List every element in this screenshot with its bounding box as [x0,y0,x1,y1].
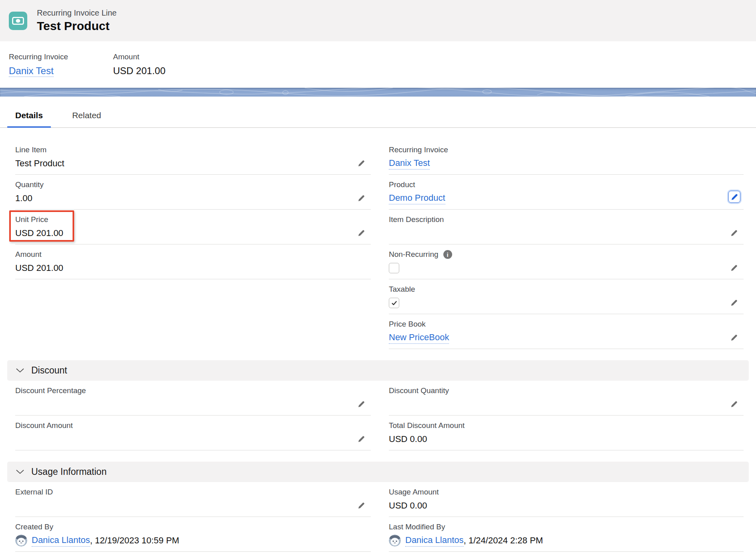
field-row-unit-price: Unit PriceUSD 201.00 [15,210,371,244]
field-row-line-item: Line ItemTest Product [15,140,371,175]
field-row-product: ProductDemo Product [389,175,744,210]
field-value-row [15,432,371,446]
pencil-icon [730,299,738,307]
usage-fields: External IDCreated ByDanica Llantos, 12/… [15,482,744,552]
edit-quantity-button[interactable] [355,192,368,204]
field-label: Recurring Invoice [389,145,744,155]
field-row-item-description: Item Description [389,210,744,244]
usage-information-section-header[interactable]: Usage Information [7,462,749,482]
field-value-row: USD 0.00 [389,499,744,513]
discount-section-header[interactable]: Discount [7,360,749,381]
info-icon[interactable]: i [443,250,452,259]
field-label: Created By [15,522,371,532]
field-value-row [15,398,371,411]
edit-item-description-button[interactable] [728,226,740,239]
field-row-usage-amount: Usage AmountUSD 0.00 [389,482,744,517]
field-label: Line Item [15,145,371,155]
field-row-taxable: Taxable [389,279,744,314]
user-link[interactable]: Danica Llantos [32,535,90,547]
details-left-column: Line ItemTest ProductQuantity1.00Unit Pr… [15,140,371,349]
field-value-row [389,296,744,310]
field-label: Quantity [15,180,371,190]
edit-discount-percentage-button[interactable] [355,398,368,410]
details-fields: Line ItemTest ProductQuantity1.00Unit Pr… [15,140,744,349]
pencil-icon [357,159,366,168]
field-label-text: Created By [15,522,53,532]
product-link[interactable]: Demo Product [389,192,445,204]
field-label-text: Discount Amount [15,420,73,431]
highlight-field-recurring-invoice: Recurring Invoice Danix Test [9,52,113,88]
field-value: USD 201.00 [15,228,63,239]
edit-non-recurring-button[interactable] [728,261,740,274]
object-type-label: Recurring Invoice Line [37,8,117,18]
edit-external-id-button[interactable] [355,499,368,512]
pencil-icon [730,193,739,201]
discount-right-column: Discount QuantityTotal Discount AmountUS… [389,381,744,450]
field-label-text: Recurring Invoice [389,145,448,155]
pencil-icon [357,501,366,510]
field-label-text: External ID [15,487,53,497]
record-title: Test Product [37,19,117,33]
record-page: Recurring Invoice Line Test Product Recu… [0,0,756,557]
pencil-icon [357,194,366,202]
field-value: USD 0.00 [389,434,427,445]
user-avatar [15,535,27,547]
field-label: Last Modified By [389,522,744,532]
edit-price-book-button[interactable] [728,331,740,344]
field-row-discount-percentage: Discount Percentage [15,381,371,416]
edit-product-button[interactable] [728,191,740,203]
field-label: Item Description [389,214,744,225]
field-value-row: Test Product [15,157,371,170]
field-value-row: 1.00 [15,192,371,205]
pencil-icon [730,333,738,342]
field-label-text: Last Modified By [389,522,445,532]
field-label-text: Non-Recurring [389,249,439,260]
field-value-row: USD 201.00 [15,226,371,240]
field-value-row: Danix Test [389,157,744,170]
timestamp-text: , 1/24/2024 2:28 PM [464,535,543,546]
price-book-link[interactable]: New PriceBook [389,332,449,344]
field-label: Unit Price [15,214,371,225]
pencil-icon [357,229,366,237]
field-value-row: USD 201.00 [15,261,371,275]
highlight-label: Amount [113,52,166,62]
field-label-text: Line Item [15,145,46,155]
pencil-icon [357,435,366,443]
highlight-label: Recurring Invoice [9,52,113,62]
edit-taxable-button[interactable] [728,296,740,309]
recurring-invoice-link[interactable]: Danix Test [9,65,54,77]
field-value-row: Danica Llantos, 1/24/2024 2:28 PM [389,534,744,547]
field-label: Total Discount Amount [389,420,744,431]
money-bill-icon [9,12,27,30]
edit-unit-price-button[interactable] [355,226,368,239]
edit-line-item-button[interactable] [355,157,368,170]
field-row-total-discount-amount: Total Discount AmountUSD 0.00 [389,416,744,450]
user-link[interactable]: Danica Llantos [405,535,464,547]
pencil-icon [730,400,738,408]
field-label: Non-Recurringi [389,249,744,260]
section-discount: Discount Discount PercentageDiscount Amo… [0,360,756,450]
field-value-row: Demo Product [389,192,744,205]
page-header: Recurring Invoice Line Test Product [0,0,756,41]
field-label: Product [389,180,744,190]
tab-details[interactable]: Details [7,111,51,127]
field-row-quantity: Quantity1.00 [15,175,371,210]
tab-related[interactable]: Related [64,111,109,127]
pencil-icon [730,264,738,272]
field-value-row [389,226,744,240]
field-value: 1.00 [15,193,32,204]
field-label-text: Total Discount Amount [389,420,465,431]
highlight-field-amount: Amount USD 201.00 [113,52,166,88]
edit-discount-amount-button[interactable] [355,432,368,445]
edit-discount-quantity-button[interactable] [728,398,740,410]
discount-fields: Discount PercentageDiscount Amount Disco… [15,381,744,450]
field-value-row: USD 0.00 [389,432,744,446]
field-label-text: Taxable [389,284,415,295]
field-row-non-recurring: Non-Recurringi [389,244,744,279]
recurring-invoice-link[interactable]: Danix Test [389,157,430,170]
field-label: Usage Amount [389,487,744,497]
field-row-external-id: External ID [15,482,371,517]
pencil-icon [730,229,738,237]
field-label-text: Discount Quantity [389,385,449,396]
field-row-discount-amount: Discount Amount [15,416,371,450]
